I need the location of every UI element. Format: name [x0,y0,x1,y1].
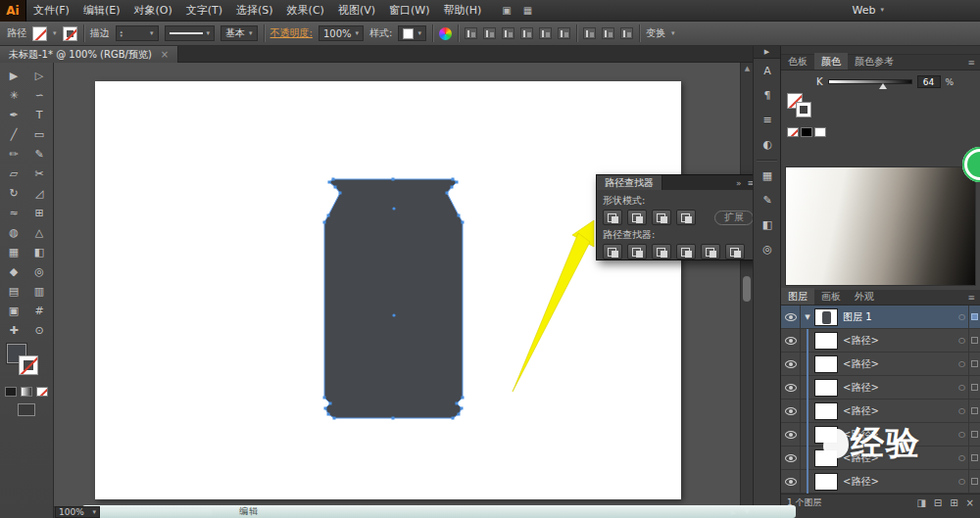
target-icon[interactable]: ○ [958,430,965,439]
k-slider[interactable] [828,76,912,88]
free-transform-tool-icon[interactable]: ⊞ [26,203,52,222]
pen-tool-icon[interactable]: ✒ [1,105,26,124]
column-graph-tool-icon[interactable]: ▥ [26,281,52,301]
merge-icon[interactable] [652,244,671,259]
k-value-input[interactable]: 64 [917,75,941,88]
artboard[interactable] [95,81,681,499]
symbol-sprayer-tool-icon[interactable]: ▤ [1,281,26,301]
selection-column[interactable] [968,376,980,400]
menu-effect[interactable]: 效果(C) [280,0,331,22]
scissors-tool-icon[interactable]: ✂ [26,164,52,183]
none-swatch[interactable] [787,127,799,137]
align-bottom-icon[interactable] [558,27,570,39]
color-spectrum-ramp[interactable] [785,166,976,286]
mesh-tool-icon[interactable]: ▦ [1,242,26,261]
layer-row[interactable]: ▼ 图层 1 ○ [781,306,980,329]
layer-row[interactable]: <路径> ○ [781,470,980,494]
shape-builder-tool-icon[interactable]: ◍ [1,222,26,242]
tab-color[interactable]: 颜色 [814,53,848,70]
pencil-tool-icon[interactable]: ✎ [26,144,52,164]
gradient-tool-icon[interactable]: ◧ [26,242,52,261]
layer-row[interactable]: <路径> ○ [781,423,980,447]
selection-tool-icon[interactable]: ▶ [1,66,26,85]
target-icon[interactable]: ○ [958,312,965,321]
layer-thumbnail[interactable] [814,308,838,326]
divide-icon[interactable] [603,244,622,259]
trim-icon[interactable] [627,244,647,259]
symbols-panel-icon[interactable]: ▦ [754,164,781,188]
type-panel-icon[interactable]: A [754,59,781,83]
delete-layer-icon[interactable]: × [966,497,974,508]
visibility-toggle[interactable] [781,447,801,470]
stepper-icon[interactable]: ▴▾ [121,29,123,37]
target-icon[interactable]: ○ [958,406,965,415]
menu-view[interactable]: 视图(V) [331,0,382,22]
layer-name[interactable]: 图层 1 [843,310,872,324]
scale-tool-icon[interactable]: ◿ [26,183,52,203]
arrange-documents-icon[interactable]: ▦ [523,5,532,16]
align-right-icon[interactable] [502,27,514,39]
gradient-mode-icon[interactable] [21,387,32,397]
tab-artboards[interactable]: 画板 [814,288,848,305]
brush-definition-dropdown[interactable]: 基本 ▾ [220,25,258,41]
layer-name[interactable]: <路径> [843,381,879,395]
menu-object[interactable]: 对象(O) [126,0,178,22]
target-icon[interactable]: ○ [958,383,965,392]
white-swatch[interactable] [814,127,826,137]
menu-edit[interactable]: 编辑(E) [76,0,127,22]
new-sublayer-icon[interactable]: ⊟ [934,497,942,508]
selection-column[interactable] [968,470,980,494]
opacity-link[interactable]: 不透明度: [270,26,313,40]
distribute-spacing-icon[interactable] [620,27,633,39]
minus-front-icon[interactable] [627,210,647,225]
target-icon[interactable]: ○ [958,453,965,462]
exclude-icon[interactable] [676,210,696,225]
document-tab[interactable]: 未标题-1* @ 100% (RGB/预览) × [0,46,178,63]
artboard-tool-icon[interactable]: ▣ [1,301,26,320]
perspective-grid-tool-icon[interactable]: △ [26,222,52,242]
layer-row[interactable]: <路径> ○ [781,376,980,400]
visibility-toggle[interactable] [781,353,801,376]
stroke-width-input[interactable]: ▴▾ ▾ [116,25,159,41]
stroke-swatch[interactable] [19,355,38,375]
target-icon[interactable]: ○ [958,336,965,345]
outline-icon[interactable] [701,244,720,259]
line-segment-tool-icon[interactable]: ╱ [1,124,26,144]
minus-back-icon[interactable] [725,244,745,259]
gradient-panel-icon[interactable]: ◧ [754,212,781,237]
layer-row[interactable]: <路径> ○ [781,329,980,353]
color-fill-stroke-widget[interactable] [787,93,818,120]
visibility-toggle[interactable] [781,423,801,447]
expand-button[interactable]: 扩展 [714,211,753,225]
none-mode-icon[interactable] [36,387,48,397]
opacity-dropdown[interactable]: 100% ▾ [318,25,364,41]
fill-caret-icon[interactable]: ▾ [53,30,57,37]
style-dropdown[interactable]: ▾ [398,25,426,41]
layer-name[interactable]: <路径> [843,451,879,465]
transparency-panel-icon[interactable]: ◐ [754,132,781,157]
visibility-toggle[interactable] [781,470,801,494]
make-mask-icon[interactable]: ◨ [916,497,925,508]
hand-tool-icon[interactable]: ✚ [1,320,26,340]
layer-thumbnail[interactable] [814,332,838,350]
width-profile-dropdown[interactable]: ▾ [165,25,216,41]
close-icon[interactable]: × [161,49,169,60]
slider-thumb-icon[interactable] [879,83,887,89]
transform-link[interactable]: 变换 [646,26,665,40]
expand-panels-icon[interactable]: ▶ [754,46,780,59]
target-icon[interactable]: ○ [958,359,965,368]
selection-column[interactable] [968,423,980,447]
eyedropper-tool-icon[interactable]: ◆ [1,261,26,281]
magic-wand-tool-icon[interactable]: ✳ [1,85,26,105]
layer-thumbnail[interactable] [814,402,838,420]
menu-help[interactable]: 帮助(H) [436,0,488,22]
layer-name[interactable]: <路径> [843,404,879,418]
distribute-horizontal-icon[interactable] [583,27,596,39]
stroke-proxy-swatch[interactable] [796,102,811,118]
rectangle-tool-icon[interactable]: ▭ [26,124,52,144]
visibility-toggle[interactable] [781,306,801,329]
pathfinder-tab[interactable]: 路径查找器 [597,175,662,190]
layer-row[interactable]: <路径> ○ [781,447,980,470]
menu-type[interactable]: 文字(T) [179,0,229,22]
crop-icon[interactable] [676,244,696,259]
